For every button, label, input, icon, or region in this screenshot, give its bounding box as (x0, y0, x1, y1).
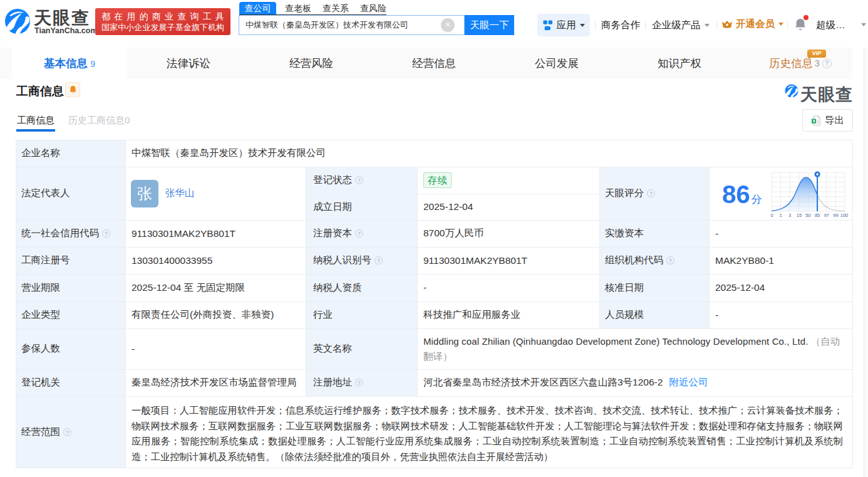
svg-text:85: 85 (815, 212, 820, 218)
svg-text:15: 15 (797, 212, 802, 218)
svg-text:3: 3 (788, 212, 791, 218)
svg-text:0: 0 (770, 212, 773, 218)
svg-text:1: 1 (780, 212, 782, 218)
svg-text:50: 50 (805, 212, 810, 218)
svg-text:99: 99 (833, 212, 838, 218)
svg-text:97: 97 (824, 212, 829, 218)
svg-text:100: 100 (840, 212, 849, 218)
